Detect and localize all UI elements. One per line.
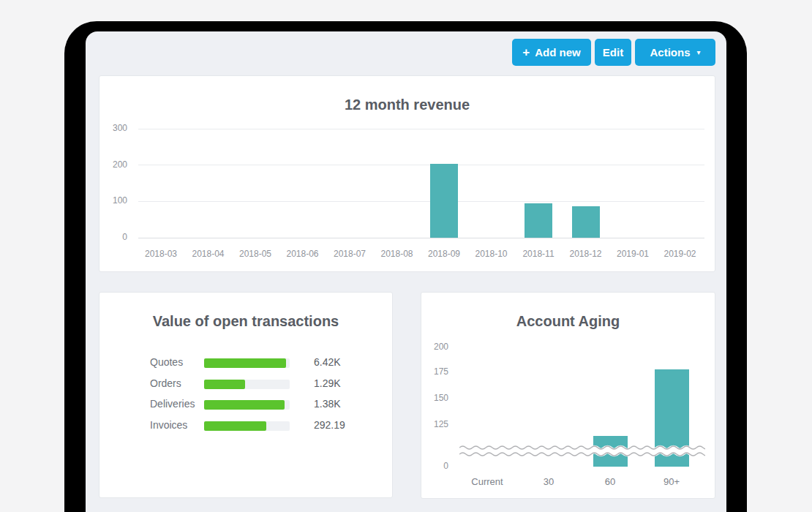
axis-break-wave [459,441,705,461]
y-axis-tick-label: 125 [421,419,448,429]
y-axis-tick-label: 0 [99,232,127,242]
y-axis-tick-label: 300 [99,123,127,133]
dashboard-content: + Add new Edit Actions ▾ 12 month revenu… [86,31,726,512]
account-aging-panel: Account Aging 0125150175200Current306090… [421,292,715,499]
transaction-row: Deliveries1.38K [99,396,392,413]
transaction-label: Orders [150,377,181,389]
x-axis-tick-label: 60 [581,476,639,487]
revenue-bar [525,203,552,238]
transaction-bar-fill [204,380,245,389]
gridline-0 [138,238,704,238]
transaction-bar-fill [204,421,266,431]
transaction-row: Quotes6.42K [99,355,392,371]
x-axis-tick-label: 2018-11 [514,249,563,259]
x-axis-tick-label: 2019-01 [609,249,657,259]
x-axis-tick-label: 2018-04 [184,249,233,259]
transaction-value: 1.38K [314,398,341,410]
gridline-100 [138,201,704,202]
x-axis-tick-label: 2018-05 [231,249,279,259]
x-axis-tick-label: 2018-08 [373,249,421,259]
actions-button[interactable]: Actions ▾ [635,39,715,66]
x-axis-tick-label: 2018-10 [467,249,516,259]
x-axis-tick-label: 90+ [642,476,701,487]
gridline-300 [138,129,704,129]
revenue-panel: 12 month revenue 01002003002018-032018-0… [99,75,715,272]
x-axis-tick-label: 2018-09 [420,249,468,259]
transaction-value: 6.42K [314,356,341,368]
aging-chart-plot: 0125150175200Current306090+ [421,293,715,498]
y-axis-tick-label: 150 [421,393,448,403]
transaction-bar-fill [204,358,286,368]
x-axis-tick-label: 30 [519,476,578,487]
transaction-label: Quotes [150,356,183,368]
edit-label: Edit [603,46,623,59]
y-axis-tick-label: 100 [99,195,127,206]
add-new-label: Add new [535,46,581,59]
transaction-row: Invoices292.19 [99,418,392,434]
plus-icon: + [522,46,530,59]
y-axis-tick-label: 0 [421,461,448,471]
add-new-button[interactable]: + Add new [512,39,591,66]
caret-down-icon: ▾ [696,49,700,56]
transaction-value: 292.19 [314,419,345,431]
x-axis-tick-label: 2018-07 [326,249,374,259]
x-axis-tick-label: 2019-02 [656,249,704,259]
transaction-bar-track [204,380,290,389]
transaction-label: Invoices [150,419,187,431]
x-axis-tick-label: 2018-12 [562,249,610,259]
transaction-bar-track [204,421,290,431]
edit-button[interactable]: Edit [595,39,631,66]
actions-label: Actions [650,46,690,59]
gridline-200 [138,165,704,165]
x-axis-tick-label: 2018-03 [137,249,185,259]
screen: + Add new Edit Actions ▾ 12 month revenu… [0,0,812,512]
revenue-chart-plot: 01002003002018-032018-042018-052018-0620… [99,76,715,271]
y-axis-tick-label: 200 [421,342,448,352]
transactions-list: Quotes6.42KOrders1.29KDeliveries1.38KInv… [99,293,392,497]
open-transactions-panel: Value of open transactions Quotes6.42KOr… [99,292,393,498]
revenue-bar [430,164,458,238]
revenue-bar [572,206,600,238]
transaction-label: Deliveries [150,398,195,410]
transaction-bar-track [204,358,290,368]
y-axis-tick-label: 175 [421,366,448,377]
transaction-row: Orders1.29K [99,376,392,392]
y-axis-tick-label: 200 [99,159,127,170]
x-axis-tick-label: Current [458,476,516,487]
x-axis-tick-label: 2018-06 [279,249,327,259]
transaction-bar-track [204,400,290,410]
transaction-value: 1.29K [314,377,341,389]
transaction-bar-fill [204,400,285,410]
